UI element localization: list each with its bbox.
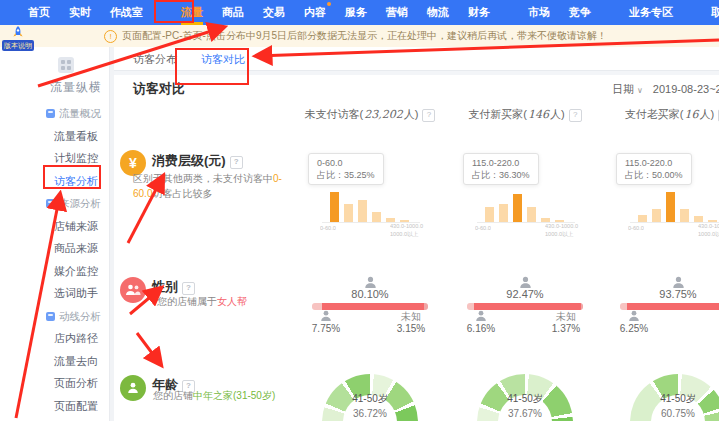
folder-icon bbox=[46, 109, 55, 118]
nav-item-14[interactable]: 取数 bbox=[711, 0, 719, 25]
date-filter[interactable]: 日期∨2019-08-23~20 bbox=[612, 82, 719, 97]
help-icon[interactable]: ? bbox=[230, 156, 243, 169]
bar-tooltip: 115.0-220.0占比：36.30% bbox=[463, 153, 539, 185]
column-header[interactable]: 支付新买家(146人)? bbox=[445, 107, 605, 122]
sidebar-item-6[interactable]: 商品来源 bbox=[40, 237, 109, 260]
nav-item-0[interactable]: 首页 bbox=[28, 0, 50, 25]
bar bbox=[358, 200, 367, 222]
column-unpaid-visitors: 未支付访客(23,202人)? 0-60.0占比：35.25% 0-60.0 4… bbox=[290, 107, 450, 421]
nav-item-5[interactable]: 交易 bbox=[263, 0, 285, 25]
module-icon bbox=[58, 57, 74, 73]
gender-icon bbox=[120, 277, 146, 303]
unknown-label: 未知 bbox=[388, 310, 434, 324]
sidebar-item-13[interactable]: 页面配置 bbox=[40, 395, 109, 418]
male-person-icon bbox=[320, 310, 332, 322]
app-window: 首页实时作战室流量商品交易内容服务营销物流财务市场竞争业务专区取数学院 ! 页面… bbox=[0, 0, 719, 421]
sidebar-item-1[interactable]: 流量看板 bbox=[40, 125, 109, 148]
axis-tick: 430.0-1000.0 bbox=[390, 223, 423, 229]
gender-bar-segment bbox=[322, 303, 424, 310]
help-icon[interactable]: ? bbox=[569, 109, 582, 122]
column-header[interactable]: 支付老买家(16人)? bbox=[598, 107, 719, 122]
gender-bar-segment bbox=[467, 303, 474, 310]
column-new-buyers: 支付新买家(146人)? 115.0-220.0占比：36.30% 0-60.0… bbox=[445, 107, 605, 421]
gender-bar bbox=[620, 303, 719, 310]
consume-section-title: 消费层级(元)? bbox=[152, 152, 243, 170]
age-top-value: 60.75% bbox=[598, 408, 719, 419]
gender-bar-segment bbox=[424, 303, 428, 310]
axis-tick: 1000.0以上 bbox=[698, 230, 719, 238]
page-title: 访客对比 bbox=[133, 80, 185, 98]
gender-bar-segment bbox=[312, 303, 322, 310]
unknown-percent: 3.15% bbox=[388, 323, 434, 334]
gender-section-desc: 您的店铺属于女人帮 bbox=[157, 294, 247, 309]
bar bbox=[527, 207, 536, 222]
male-percent: 6.16% bbox=[457, 323, 505, 334]
bar bbox=[330, 192, 339, 222]
version-badge[interactable]: 版本说明 bbox=[2, 26, 34, 51]
consume-bar-chart bbox=[330, 188, 409, 222]
unknown-percent: 1.37% bbox=[543, 323, 589, 334]
axis-tick: 0-60.0 bbox=[320, 225, 336, 231]
gender-bar-segment bbox=[620, 303, 627, 310]
male-percent: 6.25% bbox=[610, 323, 658, 334]
nav-item-1[interactable]: 实时 bbox=[69, 0, 91, 25]
sidebar-item-9[interactable]: 动线分析 bbox=[40, 305, 109, 328]
bar bbox=[499, 204, 508, 222]
help-icon[interactable]: ? bbox=[422, 109, 435, 122]
chevron-down-icon: ∨ bbox=[637, 86, 643, 95]
info-icon: ! bbox=[104, 30, 117, 43]
rocket-icon bbox=[12, 26, 24, 39]
sidebar-item-8[interactable]: 选词助手 bbox=[40, 282, 109, 305]
axis-tick: 1000.0以上 bbox=[545, 230, 573, 238]
bar-tooltip: 115.0-220.0占比：50.00% bbox=[616, 153, 692, 185]
male-percent: 7.75% bbox=[302, 323, 350, 334]
version-badge-label: 版本说明 bbox=[2, 40, 34, 51]
nav-item-3[interactable]: 流量 bbox=[181, 0, 203, 25]
bar bbox=[638, 215, 647, 222]
bar bbox=[652, 209, 661, 222]
sidebar-item-11[interactable]: 流量去向 bbox=[40, 350, 109, 373]
age-top-value: 36.72% bbox=[290, 408, 450, 419]
sidebar-item-10[interactable]: 店内路径 bbox=[40, 327, 109, 350]
notice-bar: ! 页面配置-PC-首页-点击分布中9月5日后部分数据无法显示，正在处理中，建议… bbox=[0, 25, 719, 47]
nav-item-6[interactable]: 内容 bbox=[304, 0, 326, 25]
column-header[interactable]: 未支付访客(23,202人)? bbox=[290, 107, 450, 122]
consume-bar-chart bbox=[638, 188, 717, 222]
bar bbox=[485, 207, 494, 222]
bar bbox=[372, 212, 381, 222]
nav-item-2[interactable]: 作战室 bbox=[110, 0, 143, 25]
nav-item-4[interactable]: 商品 bbox=[222, 0, 244, 25]
sidebar: 流量纵横 流量概况流量看板计划监控访客分析来源分析店铺来源商品来源媒介监控选词助… bbox=[40, 47, 110, 421]
age-icon bbox=[120, 375, 146, 401]
sidebar-item-0[interactable]: 流量概况 bbox=[40, 102, 109, 125]
bar-tooltip: 0-60.0占比：35.25% bbox=[308, 153, 384, 185]
gender-bar-segment bbox=[474, 303, 581, 310]
bar bbox=[344, 204, 353, 222]
nav-item-12[interactable]: 竞争 bbox=[569, 0, 591, 25]
top-nav: 首页实时作战室流量商品交易内容服务营销物流财务市场竞争业务专区取数学院 bbox=[0, 0, 719, 25]
gender-bar-segment bbox=[581, 303, 583, 310]
age-top-label: 41-50岁 bbox=[290, 392, 450, 406]
nav-item-7[interactable]: 服务 bbox=[345, 0, 367, 25]
sidebar-item-3[interactable]: 访客分析 bbox=[40, 170, 109, 193]
male-person-icon bbox=[475, 310, 487, 322]
nav-item-11[interactable]: 市场 bbox=[528, 0, 550, 25]
sidebar-item-5[interactable]: 店铺来源 bbox=[40, 215, 109, 238]
nav-item-13[interactable]: 业务专区 bbox=[629, 0, 673, 25]
sidebar-item-12[interactable]: 页面分析 bbox=[40, 372, 109, 395]
unknown-label: 未知 bbox=[543, 310, 589, 324]
nav-item-9[interactable]: 物流 bbox=[427, 0, 449, 25]
sidebar-item-4[interactable]: 来源分析 bbox=[40, 192, 109, 215]
nav-item-10[interactable]: 财务 bbox=[468, 0, 490, 25]
bar bbox=[666, 192, 675, 222]
nav-item-8[interactable]: 营销 bbox=[386, 0, 408, 25]
age-top-label: 41-50岁 bbox=[598, 392, 719, 406]
main-panel: 访客分布 访客对比 访客对比 日期∨2019-08-23~20 ¥ 消费层级(元… bbox=[114, 47, 719, 421]
gender-bar bbox=[467, 303, 583, 310]
female-percent: 92.47% bbox=[445, 288, 605, 300]
sidebar-item-7[interactable]: 媒介监控 bbox=[40, 260, 109, 283]
male-person-icon bbox=[628, 310, 640, 322]
notice-text: 页面配置-PC-首页-点击分布中9月5日后部分数据无法显示，正在处理中，建议稍后… bbox=[122, 29, 607, 43]
sidebar-item-2[interactable]: 计划监控 bbox=[40, 147, 109, 170]
gender-bar-segment bbox=[627, 303, 719, 310]
